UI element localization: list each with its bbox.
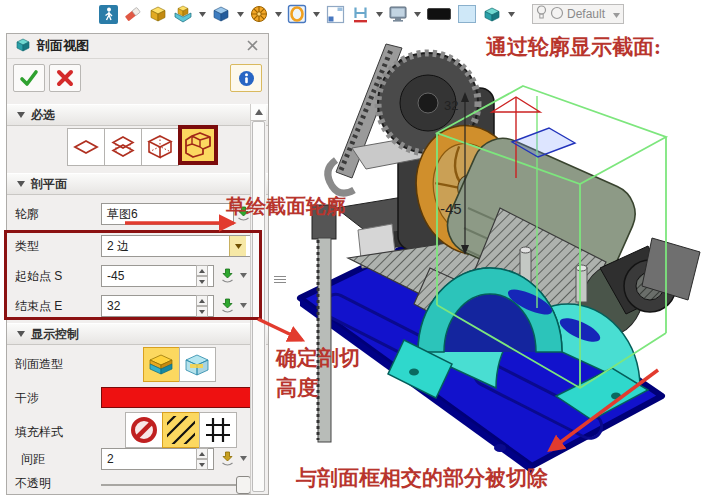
cancel-button[interactable] (49, 64, 81, 92)
end-options-caret[interactable] (239, 297, 248, 314)
info-button[interactable] (230, 64, 262, 92)
spoke-wheel-dropdown[interactable] (274, 4, 282, 24)
solid-box-icon[interactable] (148, 4, 168, 24)
sphere-icon (550, 6, 564, 23)
box-in-box-icon[interactable] (173, 4, 193, 24)
fill-grid-button[interactable] (199, 412, 237, 448)
spacing-pick-icon[interactable] (219, 450, 236, 467)
ring-frame-dropdown[interactable] (312, 4, 320, 24)
shape-solid-button[interactable] (143, 347, 180, 382)
dim-end-text: 32 (444, 98, 458, 113)
close-icon[interactable] (246, 39, 260, 53)
panel-title: 剖面视图 (37, 37, 89, 55)
profile-label: 轮廓 (15, 206, 39, 223)
box-in-box-dropdown[interactable] (198, 4, 206, 24)
pour-box-icon[interactable] (211, 4, 231, 24)
start-pick-icon[interactable] (219, 267, 236, 284)
fill-hatch-button[interactable] (162, 412, 200, 448)
start-options-caret[interactable] (239, 267, 248, 284)
clamp-icon[interactable] (350, 4, 370, 24)
light-style-value: Default (567, 7, 605, 21)
spacing-spinner[interactable] (196, 448, 208, 470)
viewport-icon[interactable] (325, 4, 345, 24)
profile-input[interactable]: 草图6 (101, 203, 234, 225)
spacing-label: 间距 (21, 451, 45, 468)
opacity-slider-handle[interactable] (236, 476, 251, 494)
scroll-up-icon[interactable] (251, 104, 266, 121)
section-view-panel: 剖面视图 必选 剖平面 轮廓 草图6 类 (6, 33, 269, 495)
type-dropdown-button[interactable] (229, 236, 246, 256)
type-label: 类型 (15, 238, 39, 255)
walkthrough-icon[interactable] (98, 4, 118, 24)
top-toolbar: Default (0, 0, 710, 28)
panel-splitter-grip[interactable] (274, 276, 286, 283)
section-type-offset-planes-button[interactable] (104, 128, 142, 166)
ok-button[interactable] (13, 64, 45, 92)
collapse-arrow-icon (17, 181, 25, 187)
spacing-options-caret[interactable] (239, 450, 248, 467)
section-type-box-button[interactable] (141, 128, 179, 166)
bulb-icon (536, 5, 547, 23)
shape-transparent-button[interactable] (179, 347, 216, 382)
ring-frame-icon[interactable] (287, 4, 307, 24)
start-spinner[interactable] (196, 265, 208, 287)
app-window: Default 剖面视图 必选 (0, 0, 710, 495)
display-dropdown[interactable] (413, 4, 421, 24)
section-header-display[interactable]: 显示控制 (7, 323, 268, 345)
start-label: 起始点 S (15, 268, 62, 285)
section-type-notched-box-button[interactable] (178, 125, 218, 165)
shape-label: 剖面造型 (15, 356, 63, 373)
panel-scrollbar[interactable] (250, 104, 266, 494)
pour-box-dropdown[interactable] (236, 4, 244, 24)
blue-swatch-icon[interactable] (457, 4, 477, 24)
interference-color-swatch[interactable] (101, 387, 253, 408)
interference-label: 干涉 (15, 390, 39, 407)
section-header-plane[interactable]: 剖平面 (7, 173, 268, 195)
black-swatch-icon[interactable] (426, 4, 452, 24)
section-header-required[interactable]: 必选 (7, 104, 268, 126)
light-style-combo[interactable]: Default (532, 4, 624, 24)
dim-start-text: -45 (440, 200, 462, 217)
section-box-icon (15, 37, 31, 56)
collapse-arrow-icon (17, 112, 25, 118)
fill-none-button[interactable] (125, 412, 163, 448)
display-icon[interactable] (388, 4, 408, 24)
opacity-slider-track[interactable] (101, 484, 249, 486)
end-spinner[interactable] (196, 295, 208, 317)
combo-caret-icon (613, 7, 620, 21)
section-box-dropdown[interactable] (507, 4, 515, 24)
panel-titlebar[interactable]: 剖面视图 (7, 34, 268, 59)
clamp-dropdown[interactable] (375, 4, 383, 24)
scrollbar-thumb[interactable] (252, 121, 265, 492)
eraser-icon[interactable] (123, 4, 143, 24)
spoke-wheel-icon[interactable] (249, 4, 269, 24)
collapse-arrow-icon (17, 331, 25, 337)
model-3d-view[interactable]: 32 -45 (270, 28, 710, 495)
section-type-plane-button[interactable] (67, 128, 105, 166)
opacity-label: 不透明 (15, 475, 51, 492)
end-label: 结束点 E (15, 298, 62, 315)
section-box-icon[interactable] (482, 4, 502, 24)
fill-label: 填充样式 (15, 424, 63, 441)
end-pick-icon[interactable] (219, 297, 236, 314)
